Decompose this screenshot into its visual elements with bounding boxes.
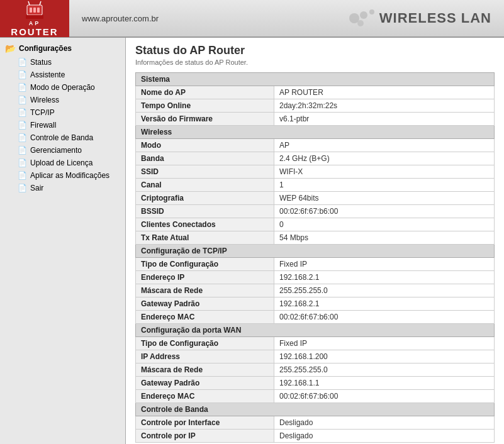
table-label-cell: Tipo de Configuração: [136, 337, 274, 350]
sidebar-item-gerenciamento[interactable]: 📄Gerenciamento: [0, 144, 125, 157]
section-header-cell: Controle de Banda: [136, 403, 495, 416]
table-value-cell: 255.255.255.0: [274, 364, 495, 377]
table-label-cell: Máscara de Rede: [136, 364, 274, 377]
doc-icon: 📄: [18, 158, 27, 167]
sidebar-section-configuracoes[interactable]: 📂 Configurações: [0, 41, 125, 56]
content-area: Status do AP Router Informações de statu…: [126, 38, 504, 444]
section-header-cell: Sistema: [136, 73, 495, 86]
table-row: Controle por InterfaceDesligado: [136, 416, 495, 430]
sidebar-item-label: Upload de Licença: [30, 158, 92, 167]
table-row: Máscara de Rede255.255.255.0: [136, 364, 495, 377]
table-label-cell: SSID: [136, 165, 274, 179]
sidebar-item-sair[interactable]: 📄Sair: [0, 182, 125, 194]
section-header-wireless: Wireless: [136, 126, 495, 139]
table-label-cell: Clientes Conectados: [136, 218, 274, 231]
doc-icon: 📄: [18, 133, 27, 142]
svg-rect-2: [33, 8, 36, 13]
table-row: Tempo Online2day:2h:32m:22s: [136, 99, 495, 113]
section-header-cell: Configuração de TCP/IP: [136, 245, 495, 258]
table-value-cell: 1: [274, 179, 495, 192]
sidebar-item-status[interactable]: 📄Status: [0, 56, 125, 69]
table-row: CriptografiaWEP 64bits: [136, 192, 495, 205]
table-label-cell: Tipo de Configuração: [136, 258, 274, 271]
doc-icon: 📄: [18, 58, 27, 67]
table-label-cell: Controle por IP: [136, 430, 274, 443]
table-value-cell: AP ROUTER: [274, 86, 495, 99]
sidebar-item-label: Sair: [30, 184, 43, 192]
table-value-cell: 192.168.2.1: [274, 271, 495, 284]
doc-icon: 📄: [18, 146, 27, 155]
svg-point-7: [349, 13, 359, 23]
doc-icon: 📄: [18, 171, 27, 180]
sidebar: 📂 Configurações 📄Status📄Assistente📄Modo …: [0, 38, 126, 444]
table-label-cell: Criptografia: [136, 192, 274, 205]
sidebar-item-label: Controle de Banda: [30, 133, 93, 142]
doc-icon: 📄: [18, 83, 27, 92]
router-icon: [25, 0, 45, 23]
table-value-cell: v6.1-ptbr: [274, 113, 495, 126]
table-label-cell: IP Address: [136, 350, 274, 364]
svg-point-10: [357, 20, 364, 26]
svg-rect-1: [30, 8, 32, 13]
logo-ap: AP: [29, 20, 41, 26]
sidebar-item-aplicar-modificacoes[interactable]: 📄Aplicar as Modificações: [0, 169, 125, 182]
sidebar-items-container: 📄Status📄Assistente📄Modo de Operação📄Wire…: [0, 56, 125, 194]
table-value-cell: 255.255.255.0: [274, 284, 495, 297]
doc-icon: 📄: [18, 96, 27, 104]
table-label-cell: Máscara de Rede: [136, 284, 274, 297]
svg-rect-6: [26, 15, 43, 19]
section-header-cell: Configuração da porta WAN: [136, 324, 495, 337]
sidebar-item-wireless[interactable]: 📄Wireless: [0, 94, 125, 106]
table-label-cell: Endereço MAC: [136, 311, 274, 324]
brand-title: WIRELESS LAN: [379, 10, 491, 26]
table-row: Tipo de ConfiguraçãoFixed IP: [136, 337, 495, 350]
section-header-configuração-da-porta-wan: Configuração da porta WAN: [136, 324, 495, 337]
page-title: Status do AP Router: [135, 44, 495, 57]
table-label-cell: Gateway Padrão: [136, 377, 274, 390]
table-value-cell: 192.168.1.200: [274, 350, 495, 364]
table-value-cell: 0: [274, 218, 495, 231]
table-label-cell: Tempo Online: [136, 99, 274, 113]
table-row: Clientes Conectados0: [136, 218, 495, 231]
table-row: Controle por IPDesligado: [136, 430, 495, 443]
table-row: Gateway Padrão192.168.2.1: [136, 297, 495, 311]
sidebar-item-controle-banda[interactable]: 📄Controle de Banda: [0, 131, 125, 144]
main-layout: 📂 Configurações 📄Status📄Assistente📄Modo …: [0, 38, 504, 444]
sidebar-item-label: Aplicar as Modificações: [30, 171, 109, 180]
table-value-cell: 00:02:6f:67:b6:00: [274, 205, 495, 218]
url-bar: www.aprouter.com.br: [69, 14, 342, 23]
table-value-cell: WEP 64bits: [274, 192, 495, 205]
table-row: Endereço IP192.168.2.1: [136, 271, 495, 284]
logo-area: AP ROUTER: [0, 0, 69, 37]
status-table: SistemaNome do APAP ROUTERTempo Online2d…: [135, 72, 495, 443]
svg-point-9: [369, 9, 374, 14]
section-header-sistema: Sistema: [136, 73, 495, 86]
table-label-cell: Controle por Interface: [136, 416, 274, 430]
table-value-cell: Fixed IP: [274, 337, 495, 350]
table-row: Banda2.4 GHz (B+G): [136, 152, 495, 165]
sidebar-item-modo-operacao[interactable]: 📄Modo de Operação: [0, 81, 125, 94]
table-row: Gateway Padrão192.168.1.1: [136, 377, 495, 390]
sidebar-item-label: TCP/IP: [30, 108, 55, 117]
sidebar-item-tcp-ip[interactable]: 📄TCP/IP: [0, 106, 125, 119]
table-row: Endereço MAC00:02:6f:67:b6:00: [136, 390, 495, 403]
svg-point-8: [360, 11, 367, 19]
table-value-cell: 00:02:6f:67:b6:00: [274, 311, 495, 324]
doc-icon: 📄: [18, 121, 27, 130]
table-value-cell: Desligado: [274, 430, 495, 443]
table-value-cell: 192.168.1.1: [274, 377, 495, 390]
table-value-cell: Desligado: [274, 416, 495, 430]
table-row: Nome do APAP ROUTER: [136, 86, 495, 99]
table-label-cell: Modo: [136, 139, 274, 152]
svg-line-4: [28, 1, 30, 5]
table-label-cell: Versão do Firmware: [136, 113, 274, 126]
sidebar-item-label: Gerenciamento: [30, 146, 82, 155]
table-value-cell: 00:02:6f:67:b6:00: [274, 390, 495, 403]
section-header-cell: Wireless: [136, 126, 495, 139]
table-row: Tx Rate Atual54 Mbps: [136, 231, 495, 245]
status-table-body: SistemaNome do APAP ROUTERTempo Online2d…: [136, 73, 495, 443]
section-header-controle-de-banda: Controle de Banda: [136, 403, 495, 416]
sidebar-item-assistente[interactable]: 📄Assistente: [0, 69, 125, 81]
sidebar-item-upload-licenca[interactable]: 📄Upload de Licença: [0, 157, 125, 169]
sidebar-item-firewall[interactable]: 📄Firewall: [0, 119, 125, 131]
